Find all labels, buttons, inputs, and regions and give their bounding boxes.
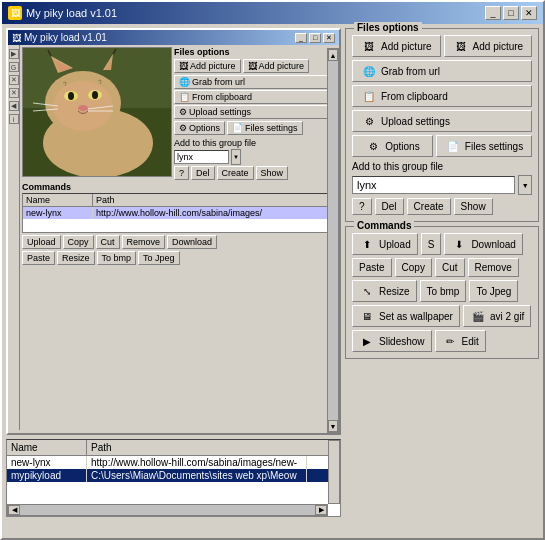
inner-remove-btn[interactable]: Remove xyxy=(122,235,166,249)
tobmp-label: To bmp xyxy=(427,286,460,297)
avi2gif-label: avi 2 gif xyxy=(490,311,524,322)
inner-add-picture-2[interactable]: 🖼 Add picture xyxy=(243,59,310,73)
options-btn[interactable]: ⚙ Options xyxy=(352,135,433,157)
inner-tojpeg-btn[interactable]: To Jpeg xyxy=(138,251,180,265)
maximize-button[interactable]: □ xyxy=(503,6,519,20)
upload-settings-btn[interactable]: ⚙ Upload settings xyxy=(352,110,532,132)
v-scrollbar-right[interactable] xyxy=(328,440,340,504)
add-picture-btn-1[interactable]: 🖼 Add picture xyxy=(352,35,441,57)
h-scrollbar[interactable]: ◀ ▶ xyxy=(7,504,328,516)
inner-close[interactable]: ✕ xyxy=(323,33,335,43)
avi2gif-btn[interactable]: 🎬 avi 2 gif xyxy=(463,305,531,327)
inner-upload-settings[interactable]: ⚙ Upload settings xyxy=(174,105,337,119)
inner-add-picture-1[interactable]: 🖼 Add picture xyxy=(174,59,241,73)
inner-sidebar-icon-2[interactable]: G xyxy=(9,62,19,72)
title-bar-buttons: _ □ ✕ xyxy=(485,6,537,20)
inner-from-clipboard[interactable]: 📋 From clipboard xyxy=(174,90,337,104)
inner-maximize[interactable]: □ xyxy=(309,33,321,43)
inner-sidebar-icon-4[interactable]: ✕ xyxy=(9,88,19,98)
wallpaper-btn[interactable]: 🖥 Set as wallpaper xyxy=(352,305,460,327)
resize-btn[interactable]: ⤡ Resize xyxy=(352,280,417,302)
add-picture-btn-2[interactable]: 🖼 Add picture xyxy=(444,35,533,57)
cell-name-1: mypikyload xyxy=(7,469,87,482)
inner-sidebar-icon-3[interactable]: ✕ xyxy=(9,75,19,85)
scroll-down-btn[interactable]: ▼ xyxy=(328,420,338,432)
inner-del-btn[interactable]: Del xyxy=(191,166,215,180)
files-settings-label: Files settings xyxy=(465,141,523,152)
inner-options-btn[interactable]: ⚙ Options xyxy=(174,121,225,135)
left-panel: 🖼 My piky load v1.01 _ □ ✕ ▶ G ✕ xyxy=(6,28,341,534)
inner-question-btn[interactable]: ? xyxy=(174,166,189,180)
clipboard-icon: 📋 xyxy=(179,92,190,102)
create-btn[interactable]: Create xyxy=(407,198,451,215)
inner-create-btn[interactable]: Create xyxy=(217,166,254,180)
inner-files-settings-btn[interactable]: 📄 Files settings xyxy=(227,121,303,135)
upload-settings-icon: ⚙ xyxy=(361,114,377,128)
table-row-0[interactable]: new-lynx http://www.hollow-hill.com/sabi… xyxy=(7,456,340,469)
close-button[interactable]: ✕ xyxy=(521,6,537,20)
cell-path-0: http://www.hollow-hill.com/sabina/images… xyxy=(87,456,307,469)
table-row-1[interactable]: mypikyload C:\Users\Miaw\Documents\sites… xyxy=(7,469,340,482)
resize-icon: ⤡ xyxy=(359,284,375,298)
show-btn[interactable]: Show xyxy=(454,198,493,215)
inner-show-btn[interactable]: Show xyxy=(256,166,289,180)
edit-btn[interactable]: ✏ Edit xyxy=(435,330,486,352)
paste-row: Paste Copy Cut Remove xyxy=(352,258,532,277)
inner-window-title: My piky load v1.01 xyxy=(24,32,107,43)
download-btn[interactable]: ⬇ Download xyxy=(444,233,522,255)
options-row: ⚙ Options 📄 Files settings xyxy=(352,135,532,157)
cut-btn[interactable]: Cut xyxy=(435,258,465,277)
copy-btn[interactable]: Copy xyxy=(395,258,432,277)
files-settings-btn[interactable]: 📄 Files settings xyxy=(436,135,532,157)
inner-download-btn[interactable]: Download xyxy=(167,235,217,249)
scroll-up-btn[interactable]: ▲ xyxy=(328,49,338,61)
inner-minimize[interactable]: _ xyxy=(295,33,307,43)
inner-copy-btn[interactable]: Copy xyxy=(63,235,94,249)
remove-label: Remove xyxy=(475,262,512,273)
files-settings-icon: 📄 xyxy=(232,123,243,133)
clipboard-icon-main: 📋 xyxy=(361,89,377,103)
inner-group-input[interactable] xyxy=(174,150,229,164)
paste-btn[interactable]: Paste xyxy=(352,258,392,277)
from-clipboard-btn[interactable]: 📋 From clipboard xyxy=(352,85,532,107)
title-bar-left: 🖼 My piky load v1.01 xyxy=(8,6,117,20)
h-scroll-left[interactable]: ◀ xyxy=(8,505,20,515)
inner-paste-btn[interactable]: Paste xyxy=(22,251,55,265)
upload-icon: ⬆ xyxy=(359,237,375,251)
edit-icon: ✏ xyxy=(442,334,458,348)
question-btn[interactable]: ? xyxy=(352,198,372,215)
inner-cut-btn[interactable]: Cut xyxy=(96,235,120,249)
grab-url-btn[interactable]: 🌐 Grab from url xyxy=(352,60,532,82)
inner-upload-btn[interactable]: Upload xyxy=(22,235,61,249)
inner-sidebar-icon-1[interactable]: ▶ xyxy=(9,49,19,59)
del-btn[interactable]: Del xyxy=(375,198,404,215)
inner-group-dropdown-arrow[interactable]: ▼ xyxy=(231,149,241,165)
group-dropdown-input[interactable] xyxy=(352,176,515,194)
upload-btn[interactable]: ⬆ Upload xyxy=(352,233,418,255)
tojpeg-btn[interactable]: To Jpeg xyxy=(469,280,518,302)
group-dropdown-arrow[interactable]: ▼ xyxy=(518,175,532,195)
inner-col-path: Path xyxy=(93,194,336,206)
inner-resize-btn[interactable]: Resize xyxy=(57,251,95,265)
settings-icon: ⚙ xyxy=(179,107,187,117)
h-scroll-right[interactable]: ▶ xyxy=(315,505,327,515)
inner-commands-label: Commands xyxy=(22,182,337,192)
s-btn[interactable]: S xyxy=(421,233,442,255)
slideshow-btn[interactable]: ▶ Slideshow xyxy=(352,330,432,352)
svg-point-13 xyxy=(68,92,74,100)
remove-btn[interactable]: Remove xyxy=(468,258,519,277)
inner-grab-url[interactable]: 🌐 Grab from url xyxy=(174,75,337,89)
tobmp-btn[interactable]: To bmp xyxy=(420,280,467,302)
inner-sidebar-icon-5[interactable]: ◀ xyxy=(9,101,19,111)
inner-scrollbar-v[interactable]: ▲ ▼ xyxy=(327,48,339,433)
upload-row: ⬆ Upload S ⬇ Download xyxy=(352,233,532,255)
wallpaper-row: 🖥 Set as wallpaper 🎬 avi 2 gif xyxy=(352,305,532,327)
commands-section-title: Commands xyxy=(354,220,414,231)
inner-sidebar-icon-6[interactable]: i xyxy=(9,114,19,124)
inner-tobmp-btn[interactable]: To bmp xyxy=(97,251,137,265)
minimize-button[interactable]: _ xyxy=(485,6,501,20)
inner-table-row[interactable]: new-lynx http://www.hollow-hill.com/sabi… xyxy=(23,207,336,219)
s-label: S xyxy=(428,239,435,250)
app-icon: 🖼 xyxy=(8,6,22,20)
slideshow-label: Slideshow xyxy=(379,336,425,347)
